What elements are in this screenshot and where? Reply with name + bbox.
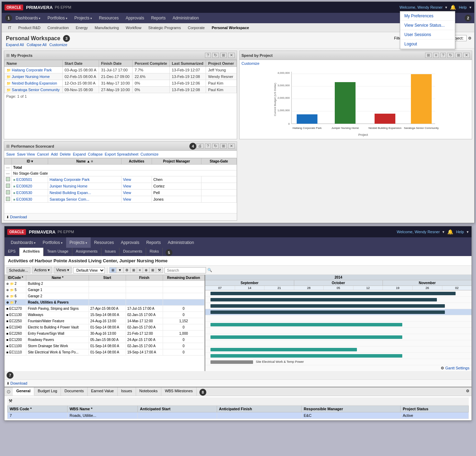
col-owner[interactable]: Project Owner (206, 60, 236, 67)
sc-name-4[interactable]: Saratoga Senior Com... (50, 197, 89, 201)
col-pct[interactable]: Percent Complete (132, 60, 169, 67)
col-id[interactable]: ID ▾ (12, 158, 48, 165)
project-link-1[interactable]: Haitang Corporate Park (12, 68, 52, 72)
nav-approvals[interactable]: Approvals (122, 13, 147, 23)
close-btn[interactable]: ✕ (228, 53, 235, 58)
bottom-col-ant-finish[interactable]: Anticipated Finish (217, 406, 302, 412)
nav-projects[interactable]: Projects (71, 13, 96, 23)
bottom-expand-icon[interactable]: ⊙ (5, 387, 13, 396)
download-link-2[interactable]: Download (10, 381, 27, 385)
bottom-col-wbs-code[interactable]: WBS Code * (8, 406, 68, 412)
gantt-settings-link[interactable]: Gantt Settings (445, 366, 469, 370)
view-select[interactable]: Default View (73, 267, 105, 273)
nav2-projects[interactable]: Projects (66, 237, 91, 248)
filter-btn-5[interactable]: ⊕ (143, 268, 150, 273)
menu-item-preferences[interactable]: My Preferences (400, 11, 455, 21)
expand-btn[interactable]: ⊞ (220, 53, 227, 58)
filter-btn-1[interactable]: ▼ (116, 268, 124, 273)
sc-expand-btn[interactable]: ⊞ (220, 143, 227, 149)
sc-expand[interactable]: Expand (73, 152, 86, 156)
sub-nav-it[interactable]: IT (5, 23, 15, 32)
sc-id-2[interactable]: EC00620 (16, 184, 32, 188)
expand-total[interactable]: — (6, 165, 10, 169)
bottom-tab-issues[interactable]: Issues (118, 387, 136, 396)
views-btn[interactable]: Views ▾ (54, 267, 72, 273)
expand-all-link[interactable]: Expand All (6, 43, 24, 47)
col-manager[interactable]: Project Manager (152, 158, 201, 165)
filter-btn-6[interactable]: ⊞ (150, 268, 156, 273)
chart-table-btn[interactable]: ≡ (433, 53, 439, 58)
sc-collapse[interactable]: Collapse (88, 152, 103, 156)
sc-save-view[interactable]: Save View (17, 152, 35, 156)
project-link-3[interactable]: Nesbid Building Expansion (12, 81, 57, 85)
menu-item-service-status[interactable]: View Service Status... (400, 21, 455, 30)
checkbox-2[interactable] (6, 184, 10, 188)
sc-act-4[interactable]: View (123, 197, 131, 201)
sc-name-2[interactable]: Juniper Nursing Home (50, 184, 87, 188)
tab-assignments[interactable]: Assignments (72, 248, 101, 256)
expand-icon[interactable]: ⊞ (6, 53, 10, 58)
col-gantt-name[interactable]: Name * (26, 275, 89, 281)
menu-item-user-sessions[interactable]: User Sessions (400, 30, 455, 40)
sub-nav-manufacturing[interactable]: Manufacturing (91, 23, 123, 32)
sc-delete[interactable]: Delete (60, 152, 71, 156)
bottom-col-wbs-name[interactable]: WBS Name * (67, 406, 137, 412)
col-start[interactable]: Start (89, 275, 126, 281)
sc-act-1[interactable]: View (123, 177, 131, 182)
bottom-tab-budget-log[interactable]: Budget Log (34, 387, 61, 396)
tab-activities[interactable]: Activities (19, 248, 44, 256)
collapse-all-link[interactable]: Collapse All (27, 43, 46, 47)
customize-link[interactable]: Customize (49, 43, 67, 47)
nav2-approvals[interactable]: Approvals (117, 237, 143, 248)
col-activities[interactable]: Activities (122, 158, 152, 165)
notification-icon-2[interactable]: 🔔 (447, 229, 453, 235)
chart-customize-link[interactable]: Customize (240, 60, 472, 67)
col-summarized[interactable]: Last Summarized (170, 60, 206, 67)
download-link[interactable]: Download (10, 215, 27, 219)
chart-help-btn[interactable]: ? (440, 53, 446, 58)
checkbox-1[interactable] (6, 177, 10, 181)
sc-id-3[interactable]: EC00530 (16, 191, 32, 195)
welcome-link[interactable]: Welcome, Wendy Resner (399, 5, 442, 9)
tab-team-usage[interactable]: Team Usage (44, 248, 72, 256)
scorecard-expand-icon[interactable]: ⊞ (6, 144, 10, 149)
bottom-tab-documents[interactable]: Documents (61, 387, 88, 396)
nav2-reports[interactable]: Reports (143, 237, 164, 248)
sc-id-4[interactable]: EC00630 (16, 197, 32, 201)
expand-nogate[interactable]: — (6, 171, 10, 175)
bottom-tab-notebooks[interactable]: Notebooks (136, 387, 162, 396)
sub-nav-construction[interactable]: Construction (44, 23, 72, 32)
nav2-administration[interactable]: Administration (164, 237, 197, 248)
project-link-2[interactable]: Juniper Nursing Home (12, 74, 50, 79)
bottom-tab-wbs-milestones[interactable]: WBS Milestones (161, 387, 197, 396)
col-start[interactable]: Start Date (62, 60, 99, 67)
chart-close-btn[interactable]: ✕ (463, 53, 470, 58)
filter-settings-icon[interactable]: ⚙ (468, 36, 471, 41)
bottom-col-responsible[interactable]: Responsible Manager (302, 406, 401, 412)
filter-btn-3[interactable]: ⊞ (131, 268, 137, 273)
sc-act-2[interactable]: View (123, 184, 131, 188)
sub-nav-workflow[interactable]: Workflow (122, 23, 145, 32)
gantt-view-btn[interactable]: ⊞ (110, 268, 116, 273)
nav-portfolios[interactable]: Portfolios (44, 13, 71, 23)
sub-nav-energy[interactable]: Energy (72, 23, 91, 32)
sub-nav-productrd[interactable]: Product R&D (15, 23, 44, 32)
sc-id-1[interactable]: EC00501 (16, 177, 32, 182)
sc-refresh-btn[interactable]: ↻ (212, 143, 219, 149)
col-finish[interactable]: Finish Date (99, 60, 133, 67)
sc-save[interactable]: Save (6, 152, 15, 156)
tab-eps[interactable]: EPS (5, 248, 19, 256)
welcome-link-2[interactable]: Welcome, Wendy Resner (397, 230, 440, 234)
sc-cancel[interactable]: Cancel (37, 152, 49, 156)
menu-item-logout[interactable]: Logout (400, 40, 455, 49)
help-btn[interactable]: ? (205, 53, 210, 58)
col-stagegate[interactable]: Stage-Gate (201, 158, 236, 165)
bottom-tab-earned-value[interactable]: Earned Value (88, 387, 118, 396)
filter-btn-7[interactable]: ⚒ (156, 268, 163, 273)
bottom-settings-icon[interactable]: ⚙ (464, 387, 471, 396)
sc-print-btn[interactable]: 🖨 (196, 143, 204, 149)
help-link[interactable]: Help (459, 5, 467, 9)
chart-layout-btn[interactable]: ⊞ (425, 53, 432, 58)
col-sc-name[interactable]: Name ▲ ≡ (48, 158, 122, 165)
tab-documents[interactable]: Documents (119, 248, 146, 256)
